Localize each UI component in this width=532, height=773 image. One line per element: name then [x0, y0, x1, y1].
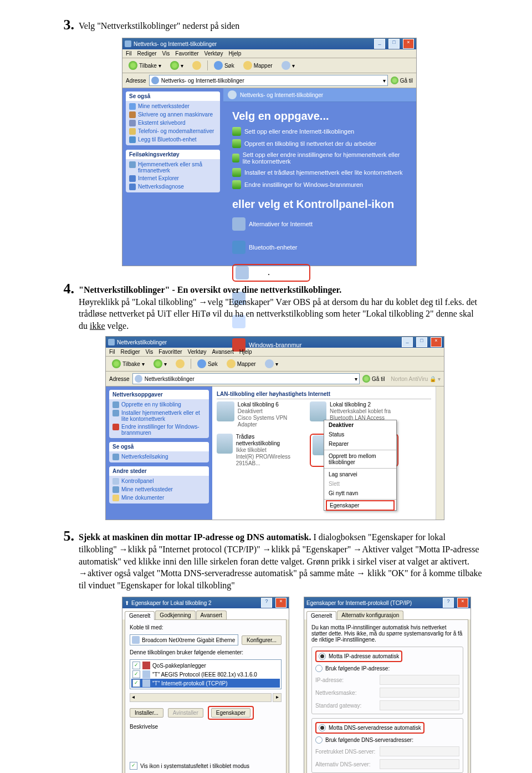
task-link[interactable]: Sett opp eller endre innstillingene for … — [232, 151, 407, 165]
side-item[interactable]: Opprette en ny tilkobling — [112, 401, 206, 408]
side-item[interactable]: Telefoni- og modemalternativer — [129, 128, 217, 135]
maximize-button[interactable]: □ — [388, 39, 400, 49]
side-item[interactable]: Kontrollpanel — [112, 478, 206, 485]
radio-manual-ip[interactable]: Bruk følgende IP-adresse: — [315, 665, 459, 672]
go-button[interactable]: Gå til — [391, 77, 413, 84]
up-button[interactable] — [190, 60, 204, 71]
tab-general[interactable]: Generelt — [306, 611, 336, 620]
go-button[interactable]: Gå til — [362, 375, 385, 383]
close-button[interactable]: × — [275, 598, 287, 608]
arrow-icon: → — [356, 568, 365, 578]
arrow-icon: → — [119, 545, 128, 554]
side-item[interactable]: Mine nettverkssteder — [129, 103, 217, 110]
checkbox[interactable]: ✓ — [132, 662, 140, 669]
side-item[interactable]: Hjemmenettverk eller små firmanettverk — [129, 161, 217, 174]
menu-edit[interactable]: Rediger — [137, 50, 157, 57]
ctx-item[interactable]: Slett — [324, 479, 396, 489]
side-item[interactable]: Mine nettverkssteder — [112, 486, 206, 493]
cpl-icon-highlighted[interactable]: Nettverkstilkoblinger — [232, 264, 315, 282]
address-field[interactable]: Nettverkstilkoblinger▾ — [132, 373, 360, 384]
task-link[interactable]: Endre innstillinger for Windows-brannmur… — [232, 180, 407, 189]
adapter-field[interactable]: Broadcom NetXtreme Gigabit Etherne — [130, 634, 238, 645]
menu-help[interactable]: Hjelp — [228, 50, 241, 57]
cpl-icon[interactable]: Bluetooth-enheter — [232, 241, 315, 254]
menu-help[interactable]: Hjelp — [239, 349, 252, 355]
side-item[interactable]: Internet Explorer — [129, 175, 217, 182]
side-item[interactable]: Nettverksfeilsøking — [112, 454, 206, 460]
ctx-item[interactable]: Opprett bro mellom tilkoblinger — [324, 451, 396, 467]
side-item[interactable]: Nettverksdiagnose — [129, 184, 217, 190]
up-button[interactable] — [173, 358, 187, 369]
menu-edit[interactable]: Rediger — [121, 349, 140, 355]
menu-file[interactable]: Fil — [126, 50, 132, 57]
scroll-right[interactable]: ▸ — [273, 693, 282, 702]
folders-button[interactable]: Mapper — [224, 358, 259, 369]
ctx-item[interactable]: Status — [324, 430, 396, 439]
ctx-item[interactable]: Reparer — [324, 439, 396, 449]
menu-view[interactable]: Vis — [146, 349, 154, 355]
checkbox[interactable]: ✓ — [132, 670, 140, 678]
maximize-button[interactable]: □ — [416, 337, 427, 347]
side-item[interactable]: Endre innstillinger for Windows-brannmur… — [112, 424, 206, 436]
side-item[interactable]: Legg til Bluetooth-enhet — [129, 136, 217, 143]
menu-file[interactable]: Fil — [109, 349, 115, 355]
install-button[interactable]: Installer... — [130, 708, 163, 718]
dialog-tcpip-properties: Egenskaper for Internett-protokoll (TCP/… — [304, 597, 471, 773]
menu-view[interactable]: Vis — [162, 50, 170, 57]
forward-button[interactable]: ▾ — [151, 358, 170, 369]
task-link[interactable]: Sett opp eller endre Internett-tilkoblin… — [232, 127, 407, 136]
radio-manual-dns[interactable]: Bruk følgende DNS-serveradresser: — [315, 736, 459, 744]
help-button[interactable]: ? — [261, 598, 272, 608]
back-button[interactable]: Tilbake ▾ — [126, 60, 164, 71]
search-button[interactable]: Søk — [211, 60, 237, 71]
close-button[interactable]: × — [403, 39, 414, 49]
mask-input — [380, 688, 459, 698]
close-button[interactable]: × — [457, 598, 468, 608]
go-icon — [391, 77, 398, 84]
radio-auto-ip[interactable]: Motta IP-adresse automatisk — [319, 653, 399, 660]
radio-auto-dns[interactable]: Motta DNS-serveradresse automatisk — [319, 724, 421, 731]
tab-auth[interactable]: Godkjenning — [155, 611, 195, 619]
checkbox[interactable]: ✓ — [132, 679, 140, 687]
help-button[interactable]: ? — [443, 598, 454, 608]
ctx-item-highlighted[interactable]: Egenskaper — [326, 500, 395, 511]
tab-advanced[interactable]: Avansert — [196, 611, 227, 619]
close-button[interactable]: × — [431, 337, 442, 347]
properties-button[interactable]: Egenskaper — [211, 708, 250, 718]
tab-general[interactable]: Generelt — [125, 611, 155, 620]
ctx-item[interactable]: Lag snarvei — [324, 470, 396, 479]
configure-button[interactable]: Konfigurer... — [242, 635, 282, 645]
menu-favorites[interactable]: Favoritter — [175, 50, 198, 57]
ctx-item[interactable]: Deaktiver — [324, 420, 396, 430]
minimize-button[interactable]: _ — [374, 39, 385, 49]
side-item[interactable]: Mine dokumenter — [112, 495, 206, 501]
tab-alt[interactable]: Alternativ konfigurasjon — [337, 611, 403, 619]
views-icon — [265, 359, 274, 368]
menu-advanced[interactable]: Avansert — [212, 349, 233, 355]
connection-item[interactable]: Lokal tilkobling 6DeaktivertCisco System… — [217, 401, 300, 428]
cpl-icon[interactable]: Alternativer for Internett — [232, 217, 315, 231]
components-list[interactable]: ✓QoS-pakkeplanlegger ✓"T" AEGIS Protocol… — [130, 659, 282, 689]
scroll-left[interactable]: ◂ — [130, 693, 272, 702]
checkbox[interactable]: ✓ — [130, 762, 137, 770]
search-button[interactable]: Søk — [195, 358, 221, 369]
forward-button[interactable]: ▾ — [167, 60, 186, 71]
side-item[interactable]: Skrivere og annen maskinvare — [129, 111, 217, 118]
ctx-item[interactable]: Gi nytt navn — [324, 489, 396, 498]
side-item[interactable]: Eksternt skrivebord — [129, 120, 217, 126]
minimize-button[interactable]: _ — [402, 337, 413, 347]
uninstall-button[interactable]: Avinstaller — [168, 708, 203, 718]
task-link[interactable]: Installer et trådløst hjemmenettverk ell… — [232, 168, 407, 177]
address-field[interactable]: Nettverks- og Internett-tilkoblinger▾ — [149, 75, 388, 86]
scrollbar[interactable] — [436, 387, 444, 520]
side-item[interactable]: Installer hjemmenettverk eller et lite k… — [112, 410, 206, 422]
connection-item[interactable]: Trådløs nettverkstilkoblingIkke tilkoble… — [217, 434, 300, 467]
views-button[interactable]: ▾ — [279, 60, 298, 71]
menu-tools[interactable]: Verktøy — [204, 50, 223, 57]
menu-tools[interactable]: Verktøy — [188, 349, 207, 355]
task-link[interactable]: Opprett en tilkobling til nettverket der… — [232, 139, 407, 148]
back-button[interactable]: Tilbake ▾ — [109, 358, 147, 369]
folders-button[interactable]: Mapper — [241, 60, 275, 71]
menu-favorites[interactable]: Favoritter — [158, 349, 182, 355]
views-button[interactable]: ▾ — [262, 358, 281, 369]
